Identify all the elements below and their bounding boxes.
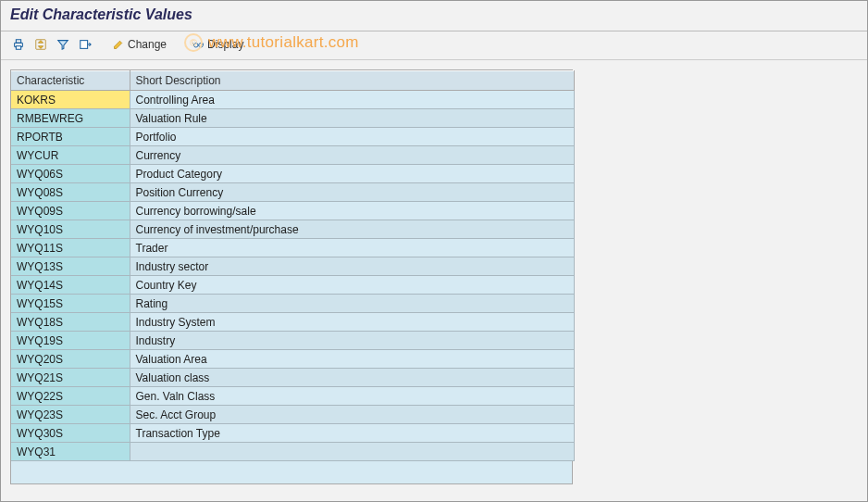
- table-row[interactable]: RPORTBPortfolio: [11, 128, 574, 146]
- svg-rect-2: [16, 46, 20, 50]
- characteristic-cell[interactable]: WYQ13S: [11, 257, 130, 276]
- characteristic-cell[interactable]: WYQ06S: [11, 165, 130, 183]
- description-cell[interactable]: Product Category: [130, 165, 574, 183]
- table-row[interactable]: WYQ13SIndustry sector: [11, 257, 574, 276]
- characteristic-cell[interactable]: WYQ11S: [11, 239, 130, 257]
- characteristic-cell[interactable]: WYQ10S: [11, 220, 130, 239]
- table-row[interactable]: WYQ22SGen. Valn Class: [11, 387, 574, 406]
- expand-icon[interactable]: [31, 35, 51, 54]
- characteristic-cell[interactable]: WYQ19S: [11, 332, 130, 350]
- display-button[interactable]: Display: [184, 35, 252, 54]
- description-cell[interactable]: Industry sector: [130, 257, 574, 276]
- characteristic-cell[interactable]: WYQ20S: [11, 350, 130, 369]
- description-cell[interactable]: Sec. Acct Group: [130, 406, 574, 424]
- characteristic-cell[interactable]: WYCUR: [11, 146, 130, 165]
- description-cell[interactable]: Industry System: [130, 313, 574, 332]
- table-row[interactable]: KOKRSControlling Area: [11, 91, 574, 109]
- table-row[interactable]: WYQ30STransaction Type: [11, 424, 574, 443]
- characteristic-cell[interactable]: WYQ30S: [11, 424, 130, 443]
- svg-point-5: [194, 44, 199, 48]
- description-cell[interactable]: Gen. Valn Class: [130, 387, 574, 406]
- description-cell[interactable]: Valuation Area: [130, 350, 574, 369]
- characteristic-cell[interactable]: WYQ08S: [11, 183, 130, 202]
- filter-icon[interactable]: [53, 35, 73, 54]
- description-cell[interactable]: Valuation Rule: [130, 109, 574, 128]
- characteristic-cell[interactable]: WYQ18S: [11, 313, 130, 332]
- description-cell[interactable]: Portfolio: [130, 128, 574, 146]
- display-button-label: Display: [207, 38, 243, 51]
- characteristic-cell[interactable]: RPORTB: [11, 128, 130, 146]
- characteristics-table: Characteristic Short Description KOKRSCo…: [11, 70, 575, 461]
- characteristics-table-frame: Characteristic Short Description KOKRSCo…: [10, 69, 573, 484]
- table-row[interactable]: WYQ31: [11, 443, 574, 461]
- description-cell[interactable]: Trader: [130, 239, 574, 257]
- table-row[interactable]: RMBEWREGValuation Rule: [11, 109, 574, 128]
- svg-point-6: [199, 44, 204, 48]
- page-title: Edit Characteristic Values: [10, 6, 192, 22]
- col-header-description[interactable]: Short Description: [130, 71, 574, 91]
- characteristic-cell[interactable]: WYQ31: [11, 443, 130, 461]
- title-bar: Edit Characteristic Values: [1, 1, 867, 31]
- print-icon[interactable]: [8, 35, 29, 54]
- export-icon[interactable]: [75, 35, 95, 54]
- description-cell[interactable]: Currency: [130, 146, 574, 165]
- change-button-label: Change: [128, 38, 167, 51]
- table-row[interactable]: WYCURCurrency: [11, 146, 574, 165]
- table-row[interactable]: WYQ23SSec. Acct Group: [11, 406, 574, 424]
- description-cell[interactable]: Controlling Area: [130, 91, 574, 109]
- toolbar: Change Display © www.tutorialkart.com: [1, 31, 867, 60]
- glasses-icon: [192, 39, 204, 50]
- description-cell[interactable]: Currency of investment/purchase: [130, 220, 574, 239]
- description-cell[interactable]: Position Currency: [130, 183, 574, 202]
- table-row[interactable]: WYQ10SCurrency of investment/purchase: [11, 220, 574, 239]
- table-row[interactable]: WYQ09SCurrency borrowing/sale: [11, 202, 574, 220]
- table-row[interactable]: WYQ21SValuation class: [11, 369, 574, 387]
- pencil-icon: [113, 39, 124, 50]
- description-cell[interactable]: Transaction Type: [130, 424, 574, 443]
- description-cell[interactable]: Industry: [130, 332, 574, 350]
- col-header-characteristic[interactable]: Characteristic: [11, 71, 130, 91]
- table-row[interactable]: WYQ08SPosition Currency: [11, 183, 574, 202]
- characteristic-cell[interactable]: WYQ23S: [11, 406, 130, 424]
- characteristic-cell[interactable]: WYQ21S: [11, 369, 130, 387]
- table-row[interactable]: WYQ18SIndustry System: [11, 313, 574, 332]
- characteristic-cell[interactable]: WYQ15S: [11, 295, 130, 313]
- table-row[interactable]: WYQ15SRating: [11, 295, 574, 313]
- characteristic-cell[interactable]: RMBEWREG: [11, 109, 130, 128]
- table-row[interactable]: WYQ11STrader: [11, 239, 574, 257]
- description-cell[interactable]: Valuation class: [130, 369, 574, 387]
- characteristic-cell[interactable]: KOKRS: [11, 91, 130, 109]
- table-row[interactable]: WYQ14SCountry Key: [11, 276, 574, 295]
- description-cell[interactable]: Currency borrowing/sale: [130, 202, 574, 220]
- table-row[interactable]: WYQ20SValuation Area: [11, 350, 574, 369]
- table-row[interactable]: WYQ06SProduct Category: [11, 165, 574, 183]
- characteristic-cell[interactable]: WYQ14S: [11, 276, 130, 295]
- characteristic-cell[interactable]: WYQ09S: [11, 202, 130, 220]
- description-cell[interactable]: Rating: [130, 295, 574, 313]
- characteristic-cell[interactable]: WYQ22S: [11, 387, 130, 406]
- content-area: Characteristic Short Description KOKRSCo…: [1, 60, 867, 494]
- description-cell[interactable]: Country Key: [130, 276, 574, 295]
- table-row[interactable]: WYQ19SIndustry: [11, 332, 574, 350]
- change-button[interactable]: Change: [105, 35, 175, 54]
- description-cell[interactable]: [130, 443, 574, 461]
- svg-rect-1: [16, 40, 20, 44]
- svg-rect-4: [81, 41, 88, 49]
